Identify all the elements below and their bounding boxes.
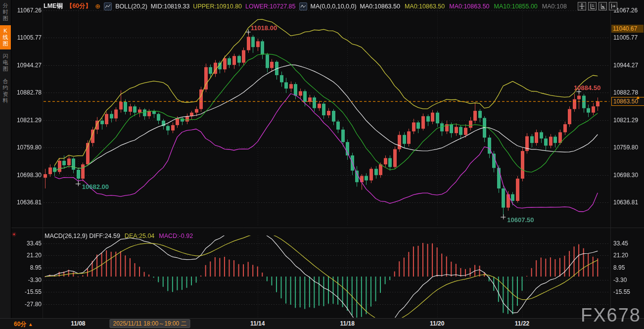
boll-mid-value: MID:10819.33 [151,3,190,10]
last-price-arrow-icon: ▲ [636,94,641,100]
ma-value-1: MA0:10863.50 [360,3,400,10]
macd-tick-left: 33.45 [13,240,42,247]
fx678-watermark: FX678 [581,305,641,326]
price-tick-left: 11005.77 [13,34,42,41]
sidebar-item-3[interactable]: 闪电图 [0,50,11,75]
price-annotation: 10884.50 [574,84,600,92]
date-tick: 11/20 [430,320,444,327]
ma-value-4: MA10:10855.00 [494,3,538,10]
session-high-price-box: 11040.67 [611,25,644,33]
chart-toolbar [578,2,617,10]
ma-value-3: MA0:10863.50 [449,3,489,10]
ma-values: MA0:10863.50MA0:10863.50MA0:10863.50MA10… [360,3,567,10]
date-tick: 11/18 [340,320,355,327]
macd-tick-right: 8.95 [613,264,625,271]
boll-lower-value: LOWER:10727.85 [245,3,295,10]
extend-right-icon[interactable] [609,2,617,10]
sidebar-item-2[interactable]: K线图 [0,25,11,49]
pan-crosshair-icon[interactable] [578,2,586,10]
date-tick: 11/08 [71,320,85,327]
price-tick-left: 10821.29 [13,117,42,124]
price-tick-left: 10944.27 [13,62,42,69]
price-tick-left: 10882.78 [13,89,42,96]
symbol-name: LME铜 [44,2,63,10]
macd-header: MACD(26,12,9) DIFF:24.59 DEA:25.04 MACD:… [45,233,193,239]
price-tick-right: 10636.81 [613,199,638,206]
ma-value-2: MA0:10863.50 [405,3,445,10]
indicator-settings-icon[interactable]: ⊕ [95,2,100,10]
macd-tick-left: -3.30 [13,277,42,283]
ma-name: MA(0,0,0,10,0,0) [311,3,357,10]
price-macd-chart-canvas[interactable] [0,0,644,329]
macd-hist-value: MACD:-0.92 [159,233,193,239]
macd-tick-right: 21.20 [613,252,628,259]
price-tick-right: 10759.80 [613,144,638,151]
price-annotation: 10682.00 [82,183,109,190]
macd-diff-value: DIFF:24.59 [89,233,120,239]
macd-tick-left: -15.55 [13,288,42,295]
x-axis-scale-icon[interactable] [598,2,607,10]
macd-name: MACD(26,12,9) [45,233,88,239]
period-up-triangle-icon: ▲ [28,322,33,327]
macd-tick-right: -15.55 [613,288,630,295]
price-tick-right: 10821.29 [613,117,638,124]
y-axis-scale-icon[interactable] [588,2,597,10]
macd-tick-right: -3.30 [613,277,627,283]
boll-name: BOLL(20,2) [115,3,147,10]
date-tick: 11/22 [515,320,529,327]
price-tick-right: 10944.27 [613,62,638,69]
price-annotation: 10607.50 [507,216,534,224]
ma-value-5: MA0:108 [542,3,567,10]
period-selector-label: 60分 [14,321,26,328]
period-label: 【60分】 [66,2,92,10]
trading-app-window: 分时图K线图闪电图合约资料 LME铜 【60分】 ⊕ BOLL(20,2) MI… [0,0,644,329]
macd-name-and-diff: MACD(26,12,9) DIFF:24.59 [45,233,120,239]
date-tick: 11/14 [250,320,265,327]
ma-indicator-icon[interactable] [299,2,307,10]
period-selector[interactable]: 60分 ▲ [14,320,33,329]
boll-upper-value: UPPER:10910.80 [193,3,242,10]
price-tick-left: 11067.26 [13,7,42,14]
macd-tick-left: 21.20 [13,252,42,259]
price-tick-left: 10636.81 [13,199,42,206]
sidebar-item-1[interactable]: 分时图 [0,0,11,24]
chart-type-sidebar: 分时图K线图闪电图合约资料 [0,0,11,329]
price-tick-left: 10698.30 [13,172,42,179]
sidebar-item-4[interactable]: 合约资料 [0,76,11,106]
macd-tick-right: 33.45 [613,240,628,247]
chart-header: LME铜 【60分】 ⊕ BOLL(20,2) MID:10819.33 UPP… [44,2,567,10]
macd-tick-left: -27.80 [13,301,42,308]
price-tick-left: 10759.80 [13,144,42,151]
macd-dea-value: DEA:25.04 [125,233,154,239]
macd-tick-left: 8.95 [13,264,42,271]
price-tick-right: 11005.77 [613,34,638,41]
price-tick-right: 10882.78 [613,89,638,96]
price-tick-right: 10698.30 [613,172,638,179]
hovered-session-label[interactable]: 2025/11/11 18:00～19:00 二 [109,319,190,328]
live-indicator-icon: ☀ [11,231,17,238]
time-axis-bar: 60分 ▲ 2025/11/11 18:00～19:00 二 11/0811/1… [0,318,644,329]
boll-indicator-icon[interactable] [104,2,112,10]
price-annotation: 11018.00 [251,24,277,32]
